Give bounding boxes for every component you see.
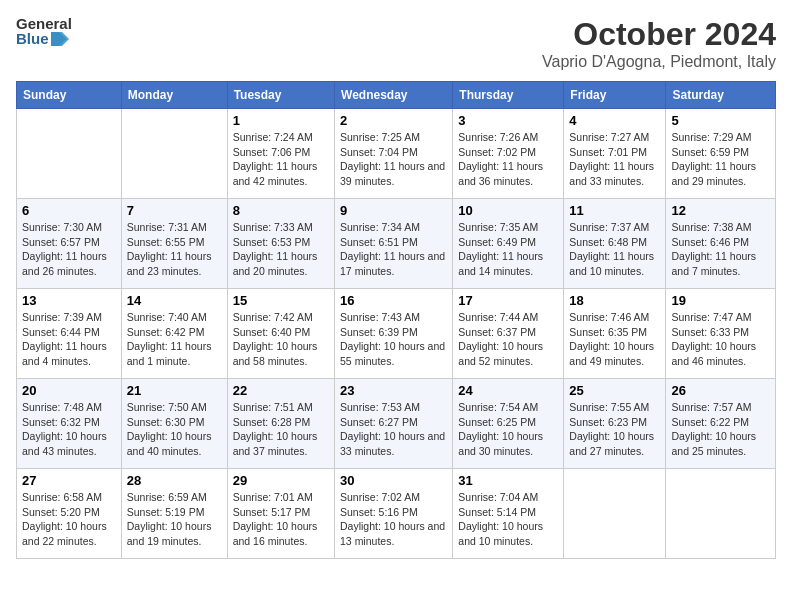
day-number: 17 xyxy=(458,293,558,308)
logo-icon xyxy=(51,32,69,46)
calendar-header-row: SundayMondayTuesdayWednesdayThursdayFrid… xyxy=(17,82,776,109)
calendar-cell: 3Sunrise: 7:26 AMSunset: 7:02 PMDaylight… xyxy=(453,109,564,199)
day-number: 14 xyxy=(127,293,222,308)
day-info: Sunrise: 7:01 AMSunset: 5:17 PMDaylight:… xyxy=(233,490,329,549)
page-title: October 2024 xyxy=(542,16,776,53)
day-number: 5 xyxy=(671,113,770,128)
calendar-cell: 16Sunrise: 7:43 AMSunset: 6:39 PMDayligh… xyxy=(335,289,453,379)
calendar-cell: 5Sunrise: 7:29 AMSunset: 6:59 PMDaylight… xyxy=(666,109,776,199)
day-info: Sunrise: 7:43 AMSunset: 6:39 PMDaylight:… xyxy=(340,310,447,369)
calendar-week-3: 13Sunrise: 7:39 AMSunset: 6:44 PMDayligh… xyxy=(17,289,776,379)
day-number: 9 xyxy=(340,203,447,218)
calendar-cell: 20Sunrise: 7:48 AMSunset: 6:32 PMDayligh… xyxy=(17,379,122,469)
column-header-wednesday: Wednesday xyxy=(335,82,453,109)
day-info: Sunrise: 7:34 AMSunset: 6:51 PMDaylight:… xyxy=(340,220,447,279)
calendar-cell: 24Sunrise: 7:54 AMSunset: 6:25 PMDayligh… xyxy=(453,379,564,469)
calendar-cell xyxy=(17,109,122,199)
calendar-cell: 7Sunrise: 7:31 AMSunset: 6:55 PMDaylight… xyxy=(121,199,227,289)
day-info: Sunrise: 7:42 AMSunset: 6:40 PMDaylight:… xyxy=(233,310,329,369)
day-number: 3 xyxy=(458,113,558,128)
day-info: Sunrise: 7:27 AMSunset: 7:01 PMDaylight:… xyxy=(569,130,660,189)
day-info: Sunrise: 7:39 AMSunset: 6:44 PMDaylight:… xyxy=(22,310,116,369)
day-number: 7 xyxy=(127,203,222,218)
logo-blue: Blue xyxy=(16,31,72,46)
calendar-cell: 13Sunrise: 7:39 AMSunset: 6:44 PMDayligh… xyxy=(17,289,122,379)
calendar-cell: 27Sunrise: 6:58 AMSunset: 5:20 PMDayligh… xyxy=(17,469,122,559)
calendar-cell: 30Sunrise: 7:02 AMSunset: 5:16 PMDayligh… xyxy=(335,469,453,559)
day-info: Sunrise: 6:58 AMSunset: 5:20 PMDaylight:… xyxy=(22,490,116,549)
calendar-cell: 10Sunrise: 7:35 AMSunset: 6:49 PMDayligh… xyxy=(453,199,564,289)
day-number: 24 xyxy=(458,383,558,398)
day-info: Sunrise: 7:55 AMSunset: 6:23 PMDaylight:… xyxy=(569,400,660,459)
day-info: Sunrise: 7:31 AMSunset: 6:55 PMDaylight:… xyxy=(127,220,222,279)
day-info: Sunrise: 7:46 AMSunset: 6:35 PMDaylight:… xyxy=(569,310,660,369)
calendar-cell: 19Sunrise: 7:47 AMSunset: 6:33 PMDayligh… xyxy=(666,289,776,379)
calendar-week-4: 20Sunrise: 7:48 AMSunset: 6:32 PMDayligh… xyxy=(17,379,776,469)
day-info: Sunrise: 7:50 AMSunset: 6:30 PMDaylight:… xyxy=(127,400,222,459)
calendar-cell: 9Sunrise: 7:34 AMSunset: 6:51 PMDaylight… xyxy=(335,199,453,289)
day-number: 27 xyxy=(22,473,116,488)
day-number: 6 xyxy=(22,203,116,218)
day-number: 19 xyxy=(671,293,770,308)
logo: General Blue xyxy=(16,16,72,46)
day-number: 11 xyxy=(569,203,660,218)
calendar-cell: 15Sunrise: 7:42 AMSunset: 6:40 PMDayligh… xyxy=(227,289,334,379)
column-header-thursday: Thursday xyxy=(453,82,564,109)
column-header-sunday: Sunday xyxy=(17,82,122,109)
day-number: 18 xyxy=(569,293,660,308)
day-info: Sunrise: 7:26 AMSunset: 7:02 PMDaylight:… xyxy=(458,130,558,189)
day-info: Sunrise: 6:59 AMSunset: 5:19 PMDaylight:… xyxy=(127,490,222,549)
day-number: 20 xyxy=(22,383,116,398)
calendar-cell: 6Sunrise: 7:30 AMSunset: 6:57 PMDaylight… xyxy=(17,199,122,289)
calendar-table: SundayMondayTuesdayWednesdayThursdayFrid… xyxy=(16,81,776,559)
calendar-cell xyxy=(121,109,227,199)
calendar-cell xyxy=(564,469,666,559)
day-info: Sunrise: 7:35 AMSunset: 6:49 PMDaylight:… xyxy=(458,220,558,279)
calendar-week-5: 27Sunrise: 6:58 AMSunset: 5:20 PMDayligh… xyxy=(17,469,776,559)
day-info: Sunrise: 7:02 AMSunset: 5:16 PMDaylight:… xyxy=(340,490,447,549)
page-header: General Blue October 2024 Vaprio D'Agogn… xyxy=(16,16,776,71)
day-info: Sunrise: 7:53 AMSunset: 6:27 PMDaylight:… xyxy=(340,400,447,459)
logo-general: General xyxy=(16,16,72,31)
day-number: 13 xyxy=(22,293,116,308)
day-info: Sunrise: 7:44 AMSunset: 6:37 PMDaylight:… xyxy=(458,310,558,369)
calendar-cell: 18Sunrise: 7:46 AMSunset: 6:35 PMDayligh… xyxy=(564,289,666,379)
day-info: Sunrise: 7:47 AMSunset: 6:33 PMDaylight:… xyxy=(671,310,770,369)
day-info: Sunrise: 7:29 AMSunset: 6:59 PMDaylight:… xyxy=(671,130,770,189)
day-number: 21 xyxy=(127,383,222,398)
day-info: Sunrise: 7:40 AMSunset: 6:42 PMDaylight:… xyxy=(127,310,222,369)
calendar-cell: 26Sunrise: 7:57 AMSunset: 6:22 PMDayligh… xyxy=(666,379,776,469)
day-info: Sunrise: 7:38 AMSunset: 6:46 PMDaylight:… xyxy=(671,220,770,279)
day-number: 30 xyxy=(340,473,447,488)
calendar-week-1: 1Sunrise: 7:24 AMSunset: 7:06 PMDaylight… xyxy=(17,109,776,199)
calendar-cell: 4Sunrise: 7:27 AMSunset: 7:01 PMDaylight… xyxy=(564,109,666,199)
day-info: Sunrise: 7:33 AMSunset: 6:53 PMDaylight:… xyxy=(233,220,329,279)
day-info: Sunrise: 7:25 AMSunset: 7:04 PMDaylight:… xyxy=(340,130,447,189)
day-number: 12 xyxy=(671,203,770,218)
calendar-cell: 25Sunrise: 7:55 AMSunset: 6:23 PMDayligh… xyxy=(564,379,666,469)
day-number: 1 xyxy=(233,113,329,128)
day-number: 25 xyxy=(569,383,660,398)
calendar-cell: 12Sunrise: 7:38 AMSunset: 6:46 PMDayligh… xyxy=(666,199,776,289)
day-number: 23 xyxy=(340,383,447,398)
calendar-cell: 2Sunrise: 7:25 AMSunset: 7:04 PMDaylight… xyxy=(335,109,453,199)
day-number: 31 xyxy=(458,473,558,488)
calendar-cell: 28Sunrise: 6:59 AMSunset: 5:19 PMDayligh… xyxy=(121,469,227,559)
day-info: Sunrise: 7:04 AMSunset: 5:14 PMDaylight:… xyxy=(458,490,558,549)
day-info: Sunrise: 7:54 AMSunset: 6:25 PMDaylight:… xyxy=(458,400,558,459)
column-header-tuesday: Tuesday xyxy=(227,82,334,109)
calendar-cell: 22Sunrise: 7:51 AMSunset: 6:28 PMDayligh… xyxy=(227,379,334,469)
calendar-cell: 21Sunrise: 7:50 AMSunset: 6:30 PMDayligh… xyxy=(121,379,227,469)
day-number: 2 xyxy=(340,113,447,128)
calendar-cell xyxy=(666,469,776,559)
day-number: 29 xyxy=(233,473,329,488)
day-info: Sunrise: 7:51 AMSunset: 6:28 PMDaylight:… xyxy=(233,400,329,459)
calendar-cell: 8Sunrise: 7:33 AMSunset: 6:53 PMDaylight… xyxy=(227,199,334,289)
day-number: 16 xyxy=(340,293,447,308)
day-info: Sunrise: 7:37 AMSunset: 6:48 PMDaylight:… xyxy=(569,220,660,279)
column-header-friday: Friday xyxy=(564,82,666,109)
title-block: October 2024 Vaprio D'Agogna, Piedmont, … xyxy=(542,16,776,71)
day-number: 4 xyxy=(569,113,660,128)
day-number: 8 xyxy=(233,203,329,218)
calendar-cell: 17Sunrise: 7:44 AMSunset: 6:37 PMDayligh… xyxy=(453,289,564,379)
